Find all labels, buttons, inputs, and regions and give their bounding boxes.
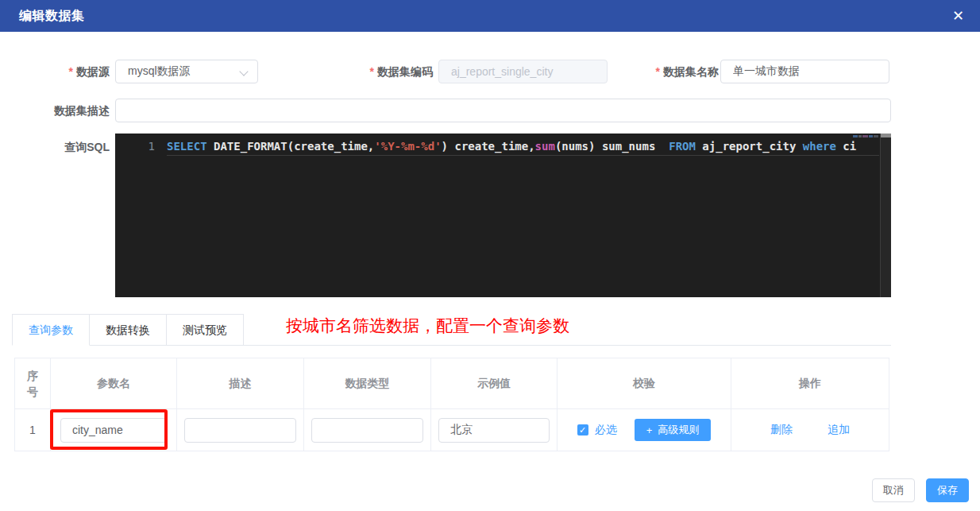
sql-token: SELECT: [167, 140, 207, 153]
delete-link[interactable]: 删除: [770, 423, 793, 437]
table-header-row: 序号 参数名 描述 数据类型 示例值 校验 操作: [15, 358, 889, 408]
editor-scrollbar[interactable]: [880, 134, 891, 297]
chevron-down-icon: [239, 67, 248, 75]
edit-dataset-dialog: 编辑数据集 ✕ *数据源 mysql数据源 *数据集编码 *数据集名称 数据集描…: [0, 0, 980, 511]
params-table: 序号 参数名 描述 数据类型 示例值 校验 操作 1 ✓ 必选 + 高级规则: [14, 358, 889, 451]
sql-token: ) create_time,: [442, 140, 535, 153]
row-index: 1: [15, 409, 51, 451]
line-number: 1: [115, 139, 155, 154]
datasource-select-value: mysql数据源: [128, 64, 191, 79]
param-name-input[interactable]: [60, 418, 167, 443]
dataset-code-label: *数据集编码: [302, 60, 433, 83]
dialog-title: 编辑数据集: [19, 8, 85, 25]
save-button[interactable]: 保存: [926, 478, 969, 502]
check-icon: ✓: [579, 425, 586, 435]
required-checkbox[interactable]: ✓: [577, 424, 588, 436]
header-actions: 操作: [731, 358, 889, 408]
table-row: 1 ✓ 必选 + 高级规则 删除 追加: [15, 408, 889, 451]
header-description: 描述: [177, 358, 304, 408]
sql-code-text: SELECT DATE_FORMAT(create_time,'%Y-%m-%d…: [167, 139, 856, 154]
example-input[interactable]: [438, 418, 550, 443]
plus-icon: +: [646, 424, 653, 436]
close-icon[interactable]: ✕: [952, 9, 964, 23]
append-link[interactable]: 追加: [828, 423, 850, 437]
datasource-select[interactable]: mysql数据源: [115, 60, 258, 83]
sql-token: '%Y-%m-%d': [374, 140, 441, 153]
dataset-description-label: 数据集描述: [0, 99, 110, 122]
sql-editor[interactable]: 1 SELECT DATE_FORMAT(create_time,'%Y-%m-…: [115, 134, 891, 297]
annotation-text: 按城市名筛选数据，配置一个查询参数: [286, 315, 569, 337]
sql-token: ci: [836, 140, 856, 153]
dataset-name-input[interactable]: [720, 60, 889, 83]
sql-token: DATE_FORMAT(create_time,: [207, 140, 375, 153]
header-example: 示例值: [431, 358, 558, 408]
description-input[interactable]: [184, 418, 296, 443]
scrollbar-thumb[interactable]: [881, 134, 891, 137]
tab-test-preview[interactable]: 测试预览: [167, 314, 244, 346]
header-validation: 校验: [558, 358, 731, 408]
header-param-name: 参数名: [51, 358, 177, 408]
dataset-code-input: [438, 60, 608, 83]
sql-token: where: [803, 140, 836, 153]
advanced-rules-button[interactable]: + 高级规则: [635, 419, 712, 441]
header-data-type: 数据类型: [304, 358, 431, 408]
tab-data-transform[interactable]: 数据转换: [90, 314, 167, 346]
tab-bar: 查询参数 数据转换 测试预览: [12, 314, 244, 346]
sql-token: aj_report_city: [696, 140, 803, 153]
tab-query-params[interactable]: 查询参数: [12, 314, 90, 346]
dataset-name-label: *数据集名称: [588, 60, 719, 83]
sql-token: FROM: [669, 140, 696, 153]
sql-code-line: 1 SELECT DATE_FORMAT(create_time,'%Y-%m-…: [115, 139, 879, 154]
header-index: 序号: [15, 358, 51, 408]
required-checkbox-label[interactable]: 必选: [595, 423, 617, 437]
required-asterisk: *: [656, 65, 660, 78]
required-asterisk: *: [69, 65, 73, 78]
advanced-rules-label: 高级规则: [658, 423, 699, 437]
query-sql-label: 查询SQL: [0, 135, 110, 159]
current-line-underline: [167, 155, 879, 156]
dataset-description-input[interactable]: [115, 99, 891, 122]
minimap-code-marks: [853, 135, 878, 137]
data-type-input[interactable]: [311, 418, 423, 443]
dialog-header: 编辑数据集 ✕: [0, 0, 980, 32]
sql-token: (nums) sum_nums: [555, 140, 669, 153]
sql-token: sum: [535, 140, 555, 153]
required-asterisk: *: [370, 65, 374, 78]
datasource-label: *数据源: [0, 60, 110, 83]
cancel-button[interactable]: 取消: [872, 478, 915, 502]
